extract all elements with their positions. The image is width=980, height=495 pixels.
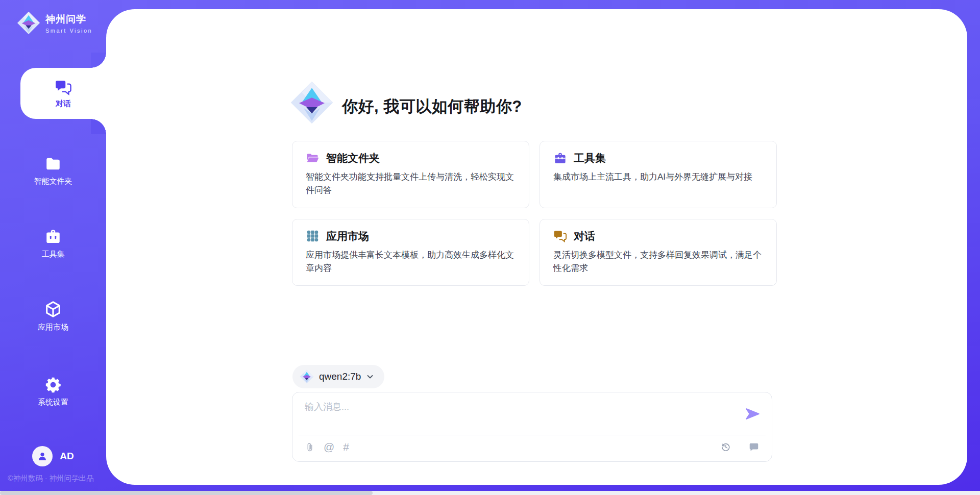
card-title: 工具集 bbox=[574, 151, 606, 165]
grid-icon bbox=[306, 229, 320, 243]
card-title: 智能文件夹 bbox=[326, 151, 380, 165]
briefcase-icon bbox=[553, 152, 567, 165]
mention-button[interactable]: @ bbox=[324, 441, 334, 453]
sidebar-item-settings[interactable]: 系统设置 bbox=[0, 373, 106, 410]
avatar bbox=[32, 446, 53, 466]
card-description: 智能文件夹功能支持批量文件上传与清洗，轻松实现文件问答 bbox=[306, 170, 516, 197]
chat-icon bbox=[553, 229, 567, 243]
model-name: qwen2:7b bbox=[319, 371, 361, 382]
sidebar-item-label: 系统设置 bbox=[38, 398, 68, 407]
copyright-text: ©神州数码 · 神州问学出品 bbox=[8, 474, 94, 483]
horizontal-scrollbar[interactable] bbox=[0, 491, 980, 495]
greeting-diamond-logo-icon bbox=[290, 81, 334, 125]
sidebar-item-label: 对话 bbox=[56, 99, 71, 109]
history-icon bbox=[720, 441, 731, 453]
diamond-logo-icon bbox=[300, 369, 314, 384]
composer-divider bbox=[299, 435, 766, 435]
person-icon bbox=[36, 450, 48, 462]
message-input[interactable] bbox=[305, 401, 728, 430]
chat-bubble-icon bbox=[748, 441, 760, 453]
chat-icon bbox=[55, 79, 72, 96]
send-icon bbox=[744, 406, 761, 422]
gear-icon bbox=[44, 376, 62, 393]
message-composer: @ # bbox=[292, 392, 772, 462]
brand-subtitle: Smart Vision bbox=[45, 28, 92, 34]
card-description: 灵活切换多模型文件，支持多样回复效果调试，满足个性化需求 bbox=[553, 249, 763, 276]
scrollbar-thumb[interactable] bbox=[0, 491, 373, 495]
at-icon: @ bbox=[324, 441, 334, 453]
cube-icon bbox=[44, 300, 62, 318]
diamond-logo-icon bbox=[17, 11, 40, 35]
sidebar-item-label: 智能文件夹 bbox=[34, 177, 72, 186]
attach-button[interactable] bbox=[305, 441, 315, 453]
sidebar-item-toolkit[interactable]: 工具集 bbox=[0, 225, 106, 262]
composer-toolbar: @ # bbox=[305, 441, 760, 453]
conversation-button[interactable] bbox=[748, 441, 760, 453]
card-smart-folder[interactable]: 智能文件夹 智能文件夹功能支持批量文件上传与清洗，轻松实现文件问答 bbox=[292, 141, 529, 208]
chevron-down-icon bbox=[366, 373, 374, 381]
folder-icon bbox=[44, 155, 62, 172]
sidebar: 神州问学 Smart Vision 对话 智能文件夹 工具集 bbox=[0, 0, 106, 495]
topic-button[interactable]: # bbox=[343, 441, 349, 453]
greeting-title: 你好, 我可以如何帮助你? bbox=[342, 96, 522, 117]
sidebar-item-chat[interactable]: 对话 bbox=[20, 68, 106, 119]
sidebar-item-label: 工具集 bbox=[42, 250, 65, 259]
card-title: 对话 bbox=[574, 229, 595, 243]
brand-logo: 神州问学 Smart Vision bbox=[17, 11, 92, 35]
sidebar-item-app-market[interactable]: 应用市场 bbox=[0, 298, 106, 334]
card-title: 应用市场 bbox=[326, 229, 369, 243]
card-app-market[interactable]: 应用市场 应用市场提供丰富长文本模板，助力高效生成多样化文章内容 bbox=[292, 219, 529, 286]
send-button[interactable] bbox=[744, 406, 761, 422]
sidebar-item-smart-folder[interactable]: 智能文件夹 bbox=[0, 152, 106, 189]
hash-icon: # bbox=[343, 441, 349, 453]
folder-open-icon bbox=[306, 152, 320, 165]
card-description: 集成市场上主流工具，助力AI与外界无缝扩展与对接 bbox=[553, 170, 763, 184]
attach-icon bbox=[305, 441, 315, 453]
brand-name: 神州问学 bbox=[45, 13, 92, 26]
user-initials: AD bbox=[60, 451, 74, 462]
feature-cards: 智能文件夹 智能文件夹功能支持批量文件上传与清洗，轻松实现文件问答 工具集 集成… bbox=[292, 141, 777, 286]
user-account[interactable]: AD bbox=[0, 446, 106, 466]
card-chat[interactable]: 对话 灵活切换多模型文件，支持多样回复效果调试，满足个性化需求 bbox=[540, 219, 777, 286]
card-toolkit[interactable]: 工具集 集成市场上主流工具，助力AI与外界无缝扩展与对接 bbox=[540, 141, 777, 208]
model-selector[interactable]: qwen2:7b bbox=[292, 365, 384, 388]
history-button[interactable] bbox=[720, 441, 731, 453]
sidebar-item-label: 应用市场 bbox=[38, 323, 68, 332]
main-panel: 你好, 我可以如何帮助你? 智能文件夹 智能文件夹功能支持批量文件上传与清洗，轻… bbox=[106, 9, 967, 485]
briefcase-icon bbox=[44, 228, 62, 245]
card-description: 应用市场提供丰富长文本模板，助力高效生成多样化文章内容 bbox=[306, 249, 516, 276]
